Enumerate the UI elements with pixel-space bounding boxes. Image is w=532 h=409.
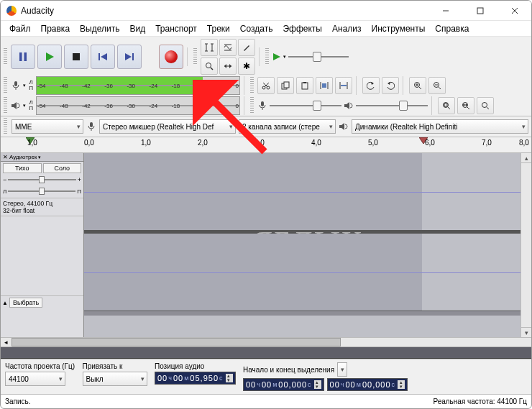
skip-start-button[interactable]: [91, 45, 115, 69]
selection-start-field[interactable]: 00ч 00м 00,000с ▴▾: [243, 378, 324, 391]
snap-to-select[interactable]: Выкл: [83, 372, 147, 386]
playback-meter[interactable]: -54-48-42-36-30-24-18-12-60: [36, 96, 240, 115]
audio-host-select[interactable]: MME: [12, 119, 83, 134]
menu-file[interactable]: Файл: [5, 22, 35, 35]
app-logo-icon: [6, 6, 17, 16]
redo-button[interactable]: [382, 77, 399, 94]
svg-rect-36: [303, 82, 306, 83]
selection-mode-select[interactable]: [337, 362, 347, 377]
menu-analyze[interactable]: Анализ: [328, 22, 366, 35]
grip-icon[interactable]: [265, 48, 269, 65]
recording-channels-select[interactable]: 2 канала записи (стере: [239, 119, 336, 134]
playback-speed-slider[interactable]: [288, 52, 349, 62]
mic-icon: [257, 101, 267, 111]
mic-icon: [86, 121, 96, 132]
svg-rect-7: [73, 53, 80, 60]
menu-edit[interactable]: Правка: [37, 22, 75, 35]
select-track-button[interactable]: Выбрать: [9, 298, 42, 308]
multi-tool[interactable]: ✱: [238, 58, 255, 75]
track-control-panel[interactable]: ✕Аудиотрек▾ Тихо Соло −+ ЛП Стерео, 4410…: [1, 153, 84, 337]
meter-right-label: П: [28, 86, 34, 91]
pause-button[interactable]: [11, 45, 35, 69]
draw-tool[interactable]: [238, 39, 255, 56]
grip-icon[interactable]: [193, 48, 197, 65]
selection-tool[interactable]: [201, 39, 218, 56]
cut-button[interactable]: [257, 77, 275, 94]
grip-icon[interactable]: [250, 77, 254, 94]
menu-tools[interactable]: Инструменты: [367, 22, 430, 35]
paste-button[interactable]: [296, 77, 313, 94]
skip-end-button[interactable]: [117, 45, 142, 69]
svg-rect-53: [261, 101, 264, 106]
waveform-left-channel[interactable]: [84, 153, 531, 231]
recording-volume-slider[interactable]: [270, 101, 341, 111]
trim-button[interactable]: [316, 77, 333, 94]
svg-point-64: [482, 103, 487, 108]
copy-button[interactable]: [277, 77, 294, 94]
selection-toolbar: Частота проекта (Гц) 44100 Привязать к В…: [1, 359, 531, 394]
timeline-ruler[interactable]: 1,0 0,0 1,0 2,0 3,0 4,0 5,0 6,0 7,0 8,0: [1, 137, 531, 153]
grip-icon[interactable]: [4, 97, 7, 114]
menu-select[interactable]: Выделить: [75, 22, 124, 35]
svg-line-57: [448, 107, 450, 109]
horizontal-scrollbar[interactable]: ◂: [1, 337, 531, 347]
vertical-scrollbar[interactable]: ▴ ▾: [520, 153, 531, 337]
waveform-right-channel[interactable]: [84, 234, 531, 311]
solo-button[interactable]: Соло: [43, 163, 82, 173]
silence-button[interactable]: [335, 77, 352, 94]
titlebar: Audacity: [1, 1, 531, 21]
menu-generate[interactable]: Создать: [236, 22, 278, 35]
svg-line-65: [487, 107, 489, 109]
menu-effects[interactable]: Эффекты: [278, 22, 326, 35]
waveform-area[interactable]: ЯБЛЫК ▴ ▾ 1,0 0,5 0,0: [84, 153, 531, 337]
playback-device-select[interactable]: Динамики (Realtek High Definiti: [352, 119, 528, 134]
timeshift-tool[interactable]: [219, 58, 237, 75]
svg-rect-68: [90, 122, 93, 127]
grip-icon[interactable]: [4, 77, 7, 94]
minimize-button[interactable]: [435, 4, 457, 18]
grip-icon[interactable]: [4, 48, 7, 65]
selection-end-field[interactable]: 00ч 00м 00,000с ▴▾: [327, 378, 408, 391]
zoom-out-button[interactable]: [428, 77, 446, 94]
zoom-in-button[interactable]: [409, 77, 426, 94]
fit-project-button[interactable]: [457, 97, 474, 114]
undo-button[interactable]: [362, 77, 380, 94]
menu-tracks[interactable]: Треки: [203, 22, 234, 35]
svg-line-50: [439, 87, 441, 89]
svg-rect-58: [444, 104, 447, 106]
zoom-tool[interactable]: [201, 58, 218, 75]
track-format-label: Стерео, 44100 Гц: [3, 200, 81, 207]
svg-line-21: [211, 68, 213, 70]
play-button[interactable]: [37, 45, 62, 69]
svg-point-20: [206, 63, 211, 68]
gain-slider[interactable]: −+: [3, 175, 81, 185]
svg-rect-10: [132, 53, 134, 60]
envelope-tool[interactable]: [219, 39, 237, 56]
playback-volume-slider[interactable]: [356, 101, 428, 111]
grip-icon[interactable]: [4, 118, 7, 135]
mute-button[interactable]: Тихо: [3, 163, 42, 173]
audio-position-field[interactable]: 00ч 00м 05,950с ▴▾: [155, 372, 236, 385]
svg-marker-52: [12, 102, 17, 109]
svg-line-46: [419, 87, 421, 89]
svg-line-60: [467, 107, 469, 109]
close-button[interactable]: [504, 4, 526, 18]
fit-selection-button[interactable]: [438, 97, 455, 114]
svg-rect-34: [284, 82, 289, 88]
maximize-button[interactable]: [469, 4, 491, 18]
stop-button[interactable]: [64, 45, 88, 69]
zoom-toggle-button[interactable]: [477, 97, 494, 114]
project-rate-select[interactable]: 44100: [5, 372, 65, 386]
selection-label: Начало и конец выделения: [243, 366, 334, 374]
recording-device-select[interactable]: Стерео микшер (Realtek High Def: [99, 119, 236, 134]
menu-transport[interactable]: Транспорт: [151, 22, 201, 35]
grip-icon[interactable]: [250, 97, 254, 114]
status-left: Запись.: [5, 397, 31, 405]
record-button[interactable]: [159, 45, 183, 69]
menu-view[interactable]: Вид: [125, 22, 150, 35]
project-rate-label: Частота проекта (Гц): [5, 362, 75, 370]
recording-meter[interactable]: -54-48-42-36-30-24-18-12-60: [36, 76, 240, 95]
menu-help[interactable]: Справка: [431, 22, 473, 35]
pan-slider[interactable]: ЛП: [3, 186, 81, 196]
statusbar: Запись. Реальная частота: 44100 Гц: [1, 394, 531, 408]
